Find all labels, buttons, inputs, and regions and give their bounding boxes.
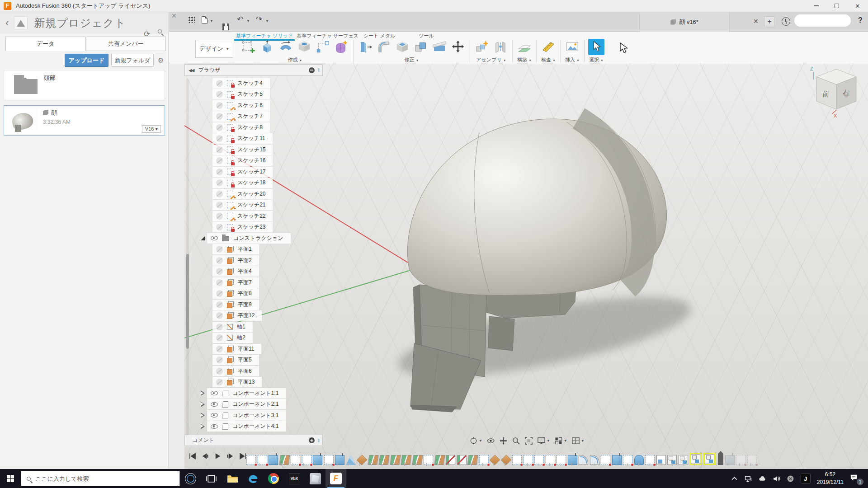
help-icon[interactable]: ? bbox=[858, 16, 863, 24]
visibility-off-icon[interactable] bbox=[216, 279, 223, 286]
visibility-off-icon[interactable] bbox=[216, 80, 223, 87]
folder-item[interactable]: 頭部 bbox=[4, 70, 165, 100]
press-pull-icon[interactable] bbox=[357, 39, 373, 55]
file-menu-caret-icon[interactable]: ▼ bbox=[210, 19, 213, 23]
visibility-off-icon[interactable] bbox=[216, 191, 223, 197]
redo-caret-icon[interactable]: ▼ bbox=[265, 19, 269, 23]
browser-scrollbar-thumb[interactable] bbox=[186, 254, 189, 349]
zoom-icon[interactable] bbox=[512, 436, 520, 445]
browser-item[interactable]: 平面6 bbox=[212, 366, 291, 377]
gear-icon[interactable]: ⚙ bbox=[158, 56, 164, 65]
browser-item-label[interactable]: スケッチ7 bbox=[237, 113, 263, 120]
create-sketch-icon[interactable] bbox=[241, 39, 257, 55]
visibility-off-icon[interactable] bbox=[216, 246, 223, 253]
visibility-off-icon[interactable] bbox=[216, 268, 223, 275]
pan-icon[interactable] bbox=[499, 436, 508, 445]
browser-item[interactable]: スケッチ5 bbox=[212, 89, 291, 100]
browser-item[interactable]: スケッチ7 bbox=[212, 111, 291, 122]
collapse-caret-icon[interactable] bbox=[198, 402, 207, 407]
visibility-off-icon[interactable] bbox=[216, 224, 223, 230]
visibility-off-icon[interactable] bbox=[216, 346, 223, 352]
visibility-off-icon[interactable] bbox=[216, 179, 223, 186]
browser-item-label[interactable]: コンポーネント1:1 bbox=[232, 389, 278, 397]
close-button[interactable]: ✕ bbox=[847, 0, 868, 12]
comments-bar[interactable]: コメント ‖ bbox=[184, 435, 323, 446]
ribbon-group-label[interactable]: 作成 ▼ bbox=[288, 56, 302, 63]
visibility-off-icon[interactable] bbox=[216, 124, 223, 131]
timeline-step-forward-button[interactable] bbox=[226, 452, 235, 460]
maximize-button[interactable] bbox=[826, 0, 847, 12]
visibility-off-icon[interactable] bbox=[216, 257, 223, 264]
ribbon-group-label[interactable]: 挿入 ▼ bbox=[565, 56, 580, 63]
browser-item-label[interactable]: スケッチ15 bbox=[237, 146, 265, 154]
collapse-caret-icon[interactable] bbox=[198, 424, 207, 429]
revolve-icon[interactable] bbox=[278, 39, 294, 55]
browser-item[interactable]: スケッチ18 bbox=[212, 178, 291, 189]
browser-item-label[interactable]: スケッチ5 bbox=[237, 90, 263, 98]
browser-item[interactable]: スケッチ17 bbox=[212, 166, 291, 178]
browser-item[interactable]: スケッチ20 bbox=[212, 188, 291, 200]
browser-item[interactable]: スケッチ23 bbox=[212, 222, 291, 233]
data-panel-close-icon[interactable]: ✕ bbox=[171, 12, 177, 19]
minimize-button[interactable] bbox=[806, 0, 826, 12]
browser-item[interactable]: 軸2 bbox=[212, 333, 291, 344]
shell-icon[interactable] bbox=[394, 39, 410, 55]
browser-item-label[interactable]: スケッチ20 bbox=[237, 190, 265, 198]
look-at-icon[interactable] bbox=[486, 436, 495, 445]
taskbar-app-chrome[interactable] bbox=[263, 469, 284, 488]
browser-item-label[interactable]: コンポーネント3:1 bbox=[232, 412, 278, 419]
tab-shared-members[interactable]: 共有メンバー bbox=[86, 37, 166, 51]
browser-item[interactable]: コンストラクション bbox=[198, 233, 291, 244]
view-cube[interactable]: 前 右 Z X bbox=[808, 63, 867, 122]
taskbar-app-fusion360[interactable]: F bbox=[326, 469, 346, 488]
new-component-icon[interactable] bbox=[474, 39, 490, 55]
ribbon-group-label[interactable]: 構築 ▼ bbox=[517, 56, 532, 63]
file-menu-icon[interactable] bbox=[202, 16, 208, 23]
design-file-item[interactable]: 顔 3:32:36 AM V16 ▾ bbox=[4, 105, 165, 136]
collapse-caret-icon[interactable] bbox=[198, 413, 207, 418]
browser-scrollbar[interactable] bbox=[186, 79, 189, 445]
browser-item[interactable]: 平面13 bbox=[212, 377, 291, 388]
ribbon-group-label[interactable]: アセンブリ ▼ bbox=[476, 56, 506, 63]
browser-item-label[interactable]: 平面8 bbox=[238, 290, 252, 297]
browser-item[interactable]: コンポーネント4:1 bbox=[198, 421, 291, 432]
comments-grip-handle[interactable]: ‖ bbox=[317, 438, 320, 443]
version-badge[interactable]: V16 ▾ bbox=[142, 125, 161, 133]
recent-clock-icon[interactable] bbox=[782, 17, 790, 26]
browser-item[interactable]: 平面2 bbox=[212, 255, 291, 266]
browser-item-label[interactable]: 平面6 bbox=[238, 367, 252, 375]
browser-item[interactable]: コンポーネント3:1 bbox=[198, 410, 291, 421]
taskbar-clock[interactable]: 6:52 2019/12/11 bbox=[817, 471, 844, 487]
browser-item-label[interactable]: スケッチ21 bbox=[237, 201, 265, 209]
visibility-off-icon[interactable] bbox=[216, 301, 223, 308]
hole-icon[interactable] bbox=[296, 39, 312, 55]
orbit-icon[interactable]: ▼ bbox=[469, 436, 482, 445]
volume-icon[interactable] bbox=[773, 475, 780, 483]
browser-item[interactable]: スケッチ6 bbox=[212, 100, 291, 111]
app-grid-icon[interactable] bbox=[188, 16, 195, 23]
viewport-canvas[interactable]: ◀◀ ブラウザ ‖ スケッチ4スケッチ5スケッチ6スケッチ7スケッチ8スケッチ1… bbox=[184, 63, 868, 469]
browser-item-label[interactable]: スケッチ22 bbox=[237, 212, 265, 220]
visibility-off-icon[interactable] bbox=[216, 135, 223, 142]
browser-grip-handle[interactable]: ‖ bbox=[317, 67, 320, 73]
browser-item[interactable]: 平面7 bbox=[212, 277, 291, 288]
tray-chevron-icon[interactable] bbox=[731, 475, 738, 483]
taskbar-app-generic[interactable] bbox=[305, 469, 326, 488]
ribbon-group-label[interactable]: 修正 ▼ bbox=[405, 56, 419, 63]
insert-canvas-icon[interactable] bbox=[564, 39, 580, 55]
browser-item[interactable]: スケッチ15 bbox=[212, 144, 291, 155]
timeline-skip-start-button[interactable] bbox=[188, 452, 197, 460]
project-logo-icon[interactable] bbox=[14, 16, 28, 30]
visibility-on-icon[interactable] bbox=[211, 424, 218, 429]
fillet-icon[interactable] bbox=[376, 39, 392, 55]
collapse-caret-icon[interactable] bbox=[198, 390, 207, 396]
visibility-off-icon[interactable] bbox=[216, 312, 223, 319]
joint-icon[interactable] bbox=[492, 39, 509, 55]
status-circle-x-icon[interactable] bbox=[787, 475, 794, 483]
visibility-off-icon[interactable] bbox=[216, 324, 223, 330]
browser-item[interactable]: スケッチ8 bbox=[212, 122, 291, 133]
visibility-on-icon[interactable] bbox=[211, 236, 218, 240]
create-form-icon[interactable] bbox=[333, 39, 349, 55]
browser-item[interactable]: 平面5 bbox=[212, 355, 291, 366]
new-document-tab-button[interactable]: + bbox=[764, 16, 775, 27]
